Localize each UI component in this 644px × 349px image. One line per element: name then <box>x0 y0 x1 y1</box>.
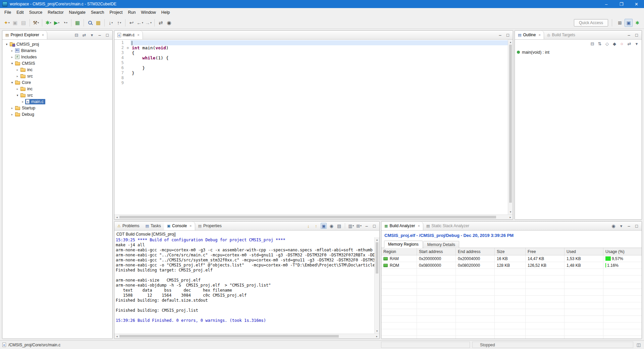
scrollbar-track[interactable] <box>375 242 379 329</box>
column-start-address[interactable]: Start address <box>417 248 456 255</box>
collapse-arrow-icon[interactable]: ▾ <box>10 62 14 65</box>
view-menu-icon[interactable]: ▾ <box>634 41 640 47</box>
tab-problems[interactable]: ⚠Problems <box>114 221 143 230</box>
expand-arrow-icon[interactable]: ▸ <box>10 55 14 59</box>
column-size[interactable]: Size <box>495 248 526 255</box>
tree-item-inc[interactable]: ▸inc <box>2 86 112 92</box>
fold-marker-icon[interactable]: ⊖ <box>125 45 130 50</box>
profile-icon[interactable]: ◔▾ <box>61 19 69 27</box>
subtab-memory-details[interactable]: Memory Details <box>423 241 459 248</box>
forward-icon[interactable]: →▾ <box>144 19 152 27</box>
quick-access-box[interactable]: Quick Access <box>574 19 608 27</box>
progress-view-icon[interactable]: ◫ <box>636 342 642 348</box>
last-edit-location-icon[interactable]: ↩ <box>127 19 136 27</box>
open-console-icon[interactable]: ⊞▾ <box>356 223 362 229</box>
memory-region-row-rom[interactable]: ROM0x080000000x08020000128 KB126,52 KB1,… <box>381 262 642 269</box>
tab-console[interactable]: ▣Console× <box>164 221 195 230</box>
scroll-down-icon[interactable]: ▾ <box>508 209 513 214</box>
open-perspective-icon[interactable]: ⊞ <box>616 19 624 27</box>
hide-fields-icon[interactable]: ◇ <box>604 41 610 47</box>
outline-item[interactable]: main(void) : int <box>517 49 640 55</box>
tree-item-src[interactable]: ▸src <box>2 73 112 79</box>
show-previous-icon[interactable]: ↑ <box>313 223 319 229</box>
scrollbar-thumb[interactable] <box>119 216 496 218</box>
maximize-icon[interactable]: □ <box>505 32 511 38</box>
code-text[interactable] <box>130 76 508 81</box>
scrollbar-track[interactable] <box>119 215 508 219</box>
tab-build-analyzer[interactable]: ▦Build Analyzer× <box>381 221 423 230</box>
menu-window[interactable]: Window <box>138 9 158 16</box>
scroll-right-icon[interactable]: ▸ <box>374 334 379 339</box>
pin-icon[interactable]: ◉ <box>610 223 616 229</box>
collapse-all-icon[interactable]: ⊟ <box>73 32 79 38</box>
console-vertical-scrollbar[interactable]: ▴ ▾ <box>374 237 379 334</box>
close-icon[interactable]: × <box>538 33 540 37</box>
menu-file[interactable]: File <box>2 9 14 16</box>
minimize-icon[interactable]: – <box>497 32 503 38</box>
column-free[interactable]: Free <box>526 248 565 255</box>
tab-outline[interactable]: ▤Outline× <box>515 31 544 39</box>
column-end-address[interactable]: End address <box>456 248 495 255</box>
menu-project[interactable]: Project <box>107 9 125 16</box>
menu-refactor[interactable]: Refactor <box>45 9 66 16</box>
close-icon[interactable]: × <box>137 33 139 37</box>
tab-static-stack-analyzer[interactable]: ▤Static Stack Analyzer <box>423 221 472 230</box>
column-usage----[interactable]: Usage (%) <box>603 248 642 255</box>
collapse-arrow-icon[interactable]: ▾ <box>10 81 14 84</box>
menu-edit[interactable]: Edit <box>14 9 26 16</box>
expand-arrow-icon[interactable]: ▸ <box>15 74 20 78</box>
minimize-icon[interactable]: – <box>626 223 632 229</box>
code-area[interactable]: 12⊖int main(void)3{4 while(1) {56 }7}89 <box>114 40 508 214</box>
close-icon[interactable]: × <box>190 224 192 228</box>
console-horizontal-scrollbar[interactable]: ◂ ▸ <box>114 334 379 339</box>
scrollbar-track[interactable] <box>508 45 513 209</box>
subtab-memory-regions[interactable]: Memory Regions <box>384 241 423 248</box>
maximize-icon[interactable]: □ <box>634 32 640 38</box>
tab-tasks[interactable]: ▤Tasks <box>143 221 164 230</box>
build-icon[interactable]: ⚒▾ <box>32 19 40 27</box>
menu-navigate[interactable]: Navigate <box>66 9 88 16</box>
c-cpp-perspective-icon[interactable]: ▣ <box>625 19 633 27</box>
hide-non-public-members-icon[interactable]: ○ <box>619 41 625 47</box>
expand-arrow-icon[interactable]: ▸ <box>20 100 25 103</box>
tree-item-includes[interactable]: ▸Includes <box>2 54 112 60</box>
tree-item-startup[interactable]: ▸Startup <box>2 105 112 111</box>
column-used[interactable]: Used <box>565 248 603 255</box>
save-all-icon[interactable]: ▤ <box>19 19 28 27</box>
scroll-left-icon[interactable]: ◂ <box>114 215 119 219</box>
tab-project-explorer[interactable]: ▤Project Explorer× <box>2 31 47 39</box>
run-icon[interactable]: ▶▾ <box>53 19 61 27</box>
code-text[interactable] <box>130 40 508 45</box>
scroll-down-icon[interactable]: ▾ <box>375 329 379 334</box>
expand-arrow-icon[interactable]: ▸ <box>15 68 20 71</box>
display-selected-console-icon[interactable]: ▥▾ <box>348 223 354 229</box>
menu-run[interactable]: Run <box>125 9 138 16</box>
code-text[interactable] <box>130 60 508 65</box>
scroll-up-icon[interactable]: ▴ <box>375 237 379 242</box>
expand-arrow-icon[interactable]: ▸ <box>10 106 14 110</box>
device-configuration-icon[interactable]: ▦ <box>73 19 82 27</box>
scrollbar-thumb[interactable] <box>509 45 512 203</box>
code-text[interactable] <box>130 81 508 86</box>
link-with-editor-icon[interactable]: ⇄ <box>157 19 165 27</box>
hide-static-members-icon[interactable]: ◆ <box>611 41 618 47</box>
close-icon[interactable]: × <box>42 33 44 37</box>
view-menu-icon[interactable]: ▾ <box>618 223 624 229</box>
sort-icon[interactable]: ⇅ <box>597 41 603 47</box>
scroll-up-icon[interactable]: ▴ <box>508 40 513 45</box>
editor-horizontal-scrollbar[interactable]: ◂ ▸ <box>114 214 513 219</box>
tab-properties[interactable]: ▤Properties <box>195 221 225 230</box>
previous-annotation-icon[interactable]: ↑▾ <box>115 19 123 27</box>
debug-perspective-icon[interactable]: ✱ <box>633 19 641 27</box>
editor-vertical-scrollbar[interactable]: ▴ ▾ <box>508 40 513 214</box>
tree-item-debug[interactable]: ▸Debug <box>2 111 112 117</box>
tree-item-cmsis-proj[interactable]: ▾CMSIS_proj <box>2 41 112 47</box>
scroll-left-icon[interactable]: ◂ <box>114 334 119 339</box>
maximize-icon[interactable]: □ <box>104 32 110 38</box>
menu-source[interactable]: Source <box>26 9 45 16</box>
search-icon[interactable] <box>86 19 94 27</box>
scrollbar-track[interactable] <box>119 334 374 339</box>
code-text[interactable]: int main(void) <box>130 45 508 50</box>
new-wizard-icon[interactable]: ✦▾ <box>3 19 11 27</box>
window-close-button[interactable]: ✕ <box>629 0 644 8</box>
